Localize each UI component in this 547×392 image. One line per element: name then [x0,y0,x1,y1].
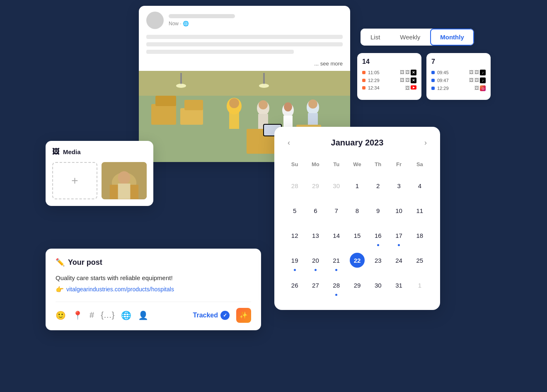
cal-day-21[interactable]: 21 [326,250,347,273]
cal-day-18[interactable]: 18 [409,225,430,249]
monthly-view-button[interactable]: Monthly [430,29,474,46]
cal-day-28[interactable]: 28 [326,275,347,298]
svg-rect-1 [139,71,350,96]
emoji-icon[interactable]: 🙂 [56,310,66,320]
image-icon-10: 🖼 [474,85,479,91]
calendar-week-3: 12 13 14 15 16 17 18 [284,225,430,249]
view-toggle[interactable]: List Weekly Monthly [361,29,474,46]
cal-day-22[interactable]: 22 [347,250,368,273]
cal-day-1[interactable]: 1 [347,176,368,199]
cal-day-1-next[interactable]: 1 [409,275,430,298]
next-month-button[interactable]: › [421,137,430,149]
day-header-mo: Mo [305,157,326,174]
entry-icons-1: 🖼 🖼 ✕ [400,70,416,75]
weekly-view-button[interactable]: Weekly [390,29,430,46]
cal-day-9[interactable]: 9 [368,201,388,224]
cal-day-5[interactable]: 5 [284,201,305,224]
cal-day-6[interactable]: 6 [305,201,326,224]
cal-day-26[interactable]: 26 [284,275,305,298]
globe-icon[interactable]: 🌐 [121,310,131,320]
cal-day-29[interactable]: 29 [347,275,368,298]
svg-rect-3 [155,96,176,106]
calendar-title: January 2023 [331,138,384,148]
tracked-label[interactable]: Tracked ✓ [193,311,230,320]
cal-day-2[interactable]: 2 [368,176,388,199]
prev-month-button[interactable]: ‹ [284,137,293,149]
calendar-week-4: 19 20 21 22 23 24 25 [284,250,430,273]
day-header-tu: Tu [326,157,347,174]
cal-day-25[interactable]: 25 [409,250,430,273]
calendar-grid: Su Mo Tu We Th Fr Sa 28 29 30 1 2 3 4 5 … [284,157,430,298]
post-link[interactable]: vitalgearindustries.com/products/hospita… [66,286,174,293]
entry-dot-orange-3 [362,86,365,90]
cal-day-13[interactable]: 13 [305,225,326,249]
entry-dot-blue-1 [431,71,435,74]
image-icon-4: 🖼 [405,77,410,83]
image-icon-3: 🖼 [400,77,404,83]
post-text-line-2 [146,42,343,46]
cal-day-16[interactable]: 16 [368,225,388,249]
day-header-fr: Fr [388,157,409,174]
cal-day-8[interactable]: 8 [347,201,368,224]
cal-day-29-prev[interactable]: 29 [305,176,326,199]
pencil-icon: ✏️ [56,258,65,267]
cal-day-27[interactable]: 27 [305,275,326,298]
svg-rect-4 [180,108,203,125]
schedule-card-7: 7 09:45 🖼 🖼 ♪ 09:47 🖼 🖼 ♪ 12:29 🖼 [426,53,491,100]
upload-placeholder[interactable]: + [52,162,97,199]
x-social-icon-2: ✕ [411,77,416,83]
instagram-icon: ◎ [480,85,486,91]
cal-day-28-prev[interactable]: 28 [284,176,305,199]
hashtag-icon[interactable]: # [90,310,94,320]
list-view-button[interactable]: List [361,29,390,46]
cal-day-31[interactable]: 31 [388,275,409,298]
schedule-entry-3: 12:34 🖼 ▶ [362,85,416,90]
cal-day-3[interactable]: 3 [388,176,409,199]
cal-day-14[interactable]: 14 [326,225,347,249]
entry-dot-blue-2 [431,79,435,82]
upload-thumbnail[interactable]: ··· 🗑 [102,162,147,199]
x-social-icon: ✕ [411,70,416,75]
magic-button[interactable]: ✨ [236,308,251,323]
post-text-lines [139,33,350,60]
see-more-link[interactable]: ... see more [139,60,350,71]
svg-point-30 [118,171,131,184]
cal-day-7[interactable]: 7 [326,201,347,224]
svg-point-17 [308,99,317,109]
cal-day-4[interactable]: 4 [409,176,430,199]
image-icon-7: 🖼 [474,70,479,75]
entry-icons-4: 🖼 🖼 ♪ [469,70,486,75]
image-icon-1: 🖼 [400,70,404,75]
cal-day-30[interactable]: 30 [368,275,388,298]
entry-time-6: 12:29 [437,86,472,91]
cal-day-11[interactable]: 11 [409,201,430,224]
cal-day-19[interactable]: 19 [284,250,305,273]
entry-time-1: 11:05 [368,70,397,75]
cal-day-15[interactable]: 15 [347,225,368,249]
calendar-card: ‹ January 2023 › Su Mo Tu We Th Fr Sa 28… [274,127,440,310]
schedule-entry-4: 09:45 🖼 🖼 ♪ [431,70,486,75]
schedule-entry-6: 12:29 🖼 ◎ [431,85,486,91]
post-text-line-3 [146,50,294,54]
location-icon[interactable]: 📍 [73,310,83,320]
cal-day-10[interactable]: 10 [388,201,409,224]
code-icon[interactable]: {…} [101,310,114,320]
magic-wand-icon: ✨ [240,311,248,319]
mention-icon[interactable]: 👤 [138,310,148,320]
cal-day-30-prev[interactable]: 30 [326,176,347,199]
cal-day-20[interactable]: 20 [305,250,326,273]
day-header-we: We [347,157,368,174]
cal-day-17[interactable]: 17 [388,225,409,249]
cal-day-12[interactable]: 12 [284,225,305,249]
cal-day-23[interactable]: 23 [368,250,388,273]
entry-dot-orange [362,71,365,74]
cal-day-24[interactable]: 24 [388,250,409,273]
schedule-card-14: 14 11:05 🖼 🖼 ✕ 12:29 🖼 🖼 ✕ 12:34 🖼 [357,53,421,100]
youtube-icon: ▶ [411,85,416,90]
calendar-week-1: 28 29 30 1 2 3 4 [284,176,430,199]
svg-point-8 [229,98,239,108]
day-header-sa: Sa [409,157,430,174]
entry-dot-orange-2 [362,79,365,82]
day-header-th: Th [368,157,388,174]
svg-point-26 [259,84,269,88]
